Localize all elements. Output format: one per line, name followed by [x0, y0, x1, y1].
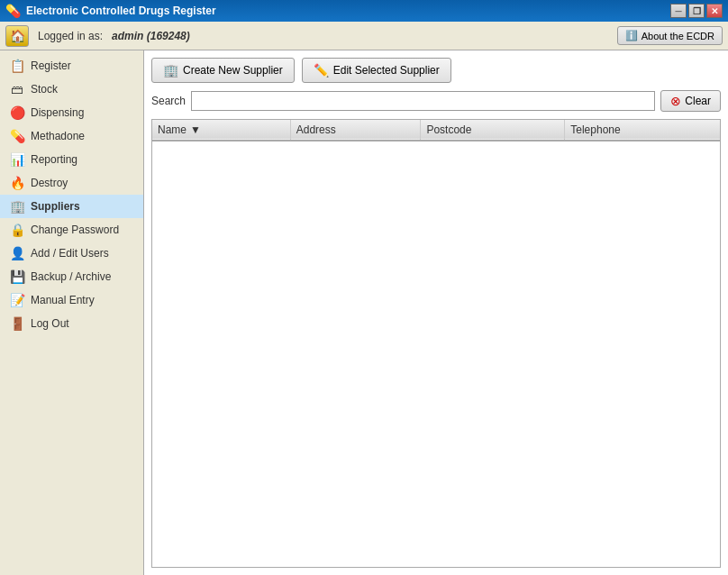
toolbar: 🏢 Create New Supplier ✏️ Edit Selected S… — [151, 58, 721, 83]
logged-in-user: admin (169248) — [112, 30, 190, 42]
dispensing-icon: 🔴 — [9, 105, 25, 120]
edit-supplier-label: Edit Selected Supplier — [333, 64, 440, 77]
sidebar-item-destroy[interactable]: 🔥 Destroy — [0, 171, 143, 195]
sidebar-label-stock: Stock — [31, 83, 58, 96]
sidebar-label-destroy: Destroy — [31, 177, 68, 189]
create-supplier-label: Create New Supplier — [183, 64, 283, 77]
sidebar-label-reporting: Reporting — [31, 153, 77, 166]
sidebar-label-manual-entry: Manual Entry — [31, 294, 95, 306]
sidebar-label-change-password: Change Password — [31, 224, 119, 236]
sidebar-item-add-edit-users[interactable]: 👤 Add / Edit Users — [0, 242, 143, 265]
sort-icon-name: ▼ — [190, 123, 201, 136]
register-icon: 📋 — [9, 59, 25, 73]
sidebar-item-stock[interactable]: 🗃 Stock — [0, 78, 143, 101]
sidebar-item-reporting[interactable]: 📊 Reporting — [0, 148, 143, 171]
sidebar-item-register[interactable]: 📋 Register — [0, 54, 143, 78]
stock-icon: 🗃 — [9, 82, 25, 96]
sidebar-item-dispensing[interactable]: 🔴 Dispensing — [0, 101, 143, 124]
log-out-icon: 🚪 — [9, 316, 25, 331]
about-button[interactable]: ℹ️ About the ECDR — [617, 26, 723, 45]
sidebar-item-suppliers[interactable]: 🏢 Suppliers — [0, 195, 143, 218]
menu-bar: 🏠 Logged in as: admin (169248) ℹ️ About … — [0, 22, 728, 50]
clear-button[interactable]: ⊗ Clear — [660, 90, 721, 112]
col-header-address[interactable]: Address — [290, 120, 421, 141]
table-header-row: Name ▼ Address Postcode — [152, 120, 720, 141]
suppliers-table-container: Name ▼ Address Postcode — [151, 119, 721, 568]
create-supplier-icon: 🏢 — [163, 63, 178, 78]
col-header-name[interactable]: Name ▼ — [152, 120, 290, 141]
methadone-icon: 💊 — [9, 129, 25, 143]
sidebar-item-manual-entry[interactable]: 📝 Manual Entry — [0, 288, 143, 312]
change-password-icon: 🔒 — [9, 223, 25, 237]
clear-label: Clear — [685, 95, 711, 107]
minimize-button[interactable]: ─ — [670, 4, 687, 18]
sidebar-item-log-out[interactable]: 🚪 Log Out — [0, 312, 143, 335]
edit-selected-supplier-button[interactable]: ✏️ Edit Selected Supplier — [302, 58, 451, 83]
reporting-icon: 📊 — [9, 152, 25, 167]
sidebar-item-methadone[interactable]: 💊 Methadone — [0, 124, 143, 148]
edit-supplier-icon: ✏️ — [314, 63, 329, 78]
sidebar-label-dispensing: Dispensing — [31, 106, 84, 119]
suppliers-icon: 🏢 — [9, 199, 25, 214]
main-layout: 📋 Register 🗃 Stock 🔴 Dispensing 💊 Methad… — [0, 50, 728, 575]
search-input[interactable] — [191, 91, 655, 111]
search-label: Search — [151, 95, 186, 107]
title-bar: 💊 Electronic Controlled Drugs Register ─… — [0, 0, 728, 22]
sidebar-label-log-out: Log Out — [31, 317, 69, 330]
sidebar-label-register: Register — [31, 59, 71, 72]
sidebar-item-backup-archive[interactable]: 💾 Backup / Archive — [0, 265, 143, 288]
col-header-postcode[interactable]: Postcode — [421, 120, 565, 141]
backup-icon: 💾 — [9, 269, 25, 284]
about-label: About the ECDR — [642, 31, 714, 41]
close-button[interactable]: ✕ — [706, 4, 723, 18]
manual-entry-icon: 📝 — [9, 293, 25, 307]
app-title: Electronic Controlled Drugs Register — [26, 5, 670, 17]
restore-button[interactable]: ❐ — [688, 4, 705, 18]
destroy-icon: 🔥 — [9, 176, 25, 190]
search-bar: Search ⊗ Clear — [151, 90, 721, 112]
sidebar-label-suppliers: Suppliers — [31, 200, 80, 213]
col-header-telephone[interactable]: Telephone — [565, 120, 720, 141]
logged-in-label: Logged in as: — [38, 30, 103, 42]
suppliers-table: Name ▼ Address Postcode — [152, 120, 720, 141]
sidebar-item-change-password[interactable]: 🔒 Change Password — [0, 218, 143, 242]
info-icon: ℹ️ — [625, 30, 638, 41]
clear-icon: ⊗ — [670, 94, 681, 108]
window-controls: ─ ❐ ✕ — [670, 4, 723, 18]
home-button[interactable]: 🏠 — [5, 25, 29, 47]
sidebar-label-add-edit-users: Add / Edit Users — [31, 247, 109, 260]
sidebar: 📋 Register 🗃 Stock 🔴 Dispensing 💊 Methad… — [0, 50, 144, 575]
create-new-supplier-button[interactable]: 🏢 Create New Supplier — [151, 58, 295, 83]
sidebar-label-backup-archive: Backup / Archive — [31, 270, 111, 283]
add-edit-users-icon: 👤 — [9, 246, 25, 260]
app-icon: 💊 — [5, 4, 21, 18]
sidebar-label-methadone: Methadone — [31, 130, 85, 142]
content-area: 🏢 Create New Supplier ✏️ Edit Selected S… — [144, 50, 728, 575]
